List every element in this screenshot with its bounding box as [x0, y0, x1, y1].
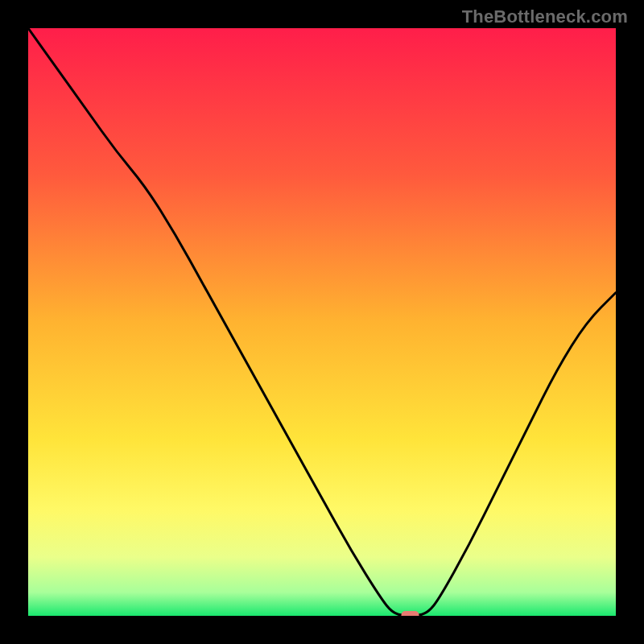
- gradient-background: [28, 28, 616, 616]
- chart-frame: TheBottleneck.com: [0, 0, 644, 644]
- bottleneck-chart: [28, 28, 616, 616]
- watermark-text: TheBottleneck.com: [462, 6, 628, 27]
- minimum-marker: [402, 611, 419, 616]
- plot-area: [28, 28, 616, 616]
